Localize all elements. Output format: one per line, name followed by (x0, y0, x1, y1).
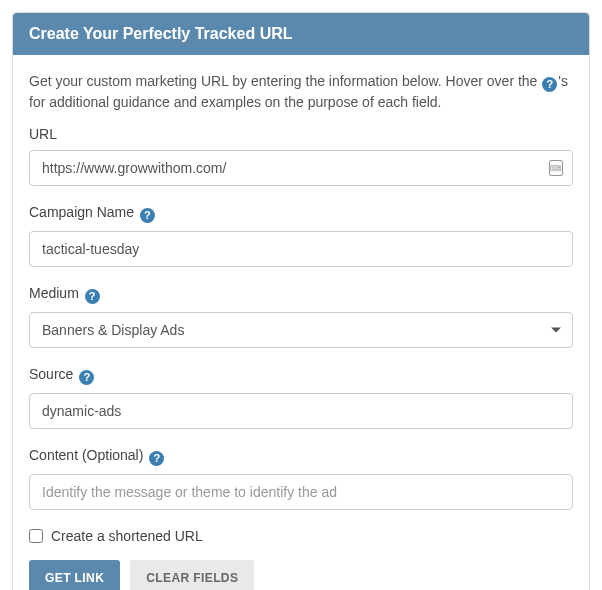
content-label: Content (Optional) ? (29, 447, 573, 466)
help-icon[interactable]: ? (79, 370, 94, 385)
help-icon[interactable]: ? (85, 289, 100, 304)
content-input[interactable] (29, 474, 573, 510)
field-source: Source ? (29, 366, 573, 429)
medium-label-text: Medium (29, 285, 79, 301)
campaign-input[interactable] (29, 231, 573, 267)
shorten-checkbox[interactable] (29, 529, 43, 543)
field-campaign: Campaign Name ? (29, 204, 573, 267)
intro-before: Get your custom marketing URL by enterin… (29, 73, 541, 89)
get-link-button[interactable]: GET LINK (29, 560, 120, 590)
campaign-label: Campaign Name ? (29, 204, 573, 223)
source-label: Source ? (29, 366, 573, 385)
url-builder-panel: Create Your Perfectly Tracked URL Get yo… (12, 12, 590, 590)
panel-body: Get your custom marketing URL by enterin… (13, 55, 589, 590)
medium-label: Medium ? (29, 285, 573, 304)
source-input[interactable] (29, 393, 573, 429)
field-url: URL ⌨ (29, 126, 573, 186)
shorten-label: Create a shortened URL (51, 528, 203, 544)
field-medium: Medium ? Banners & Display Ads (29, 285, 573, 348)
button-row: GET LINK CLEAR FIELDS (29, 560, 573, 590)
url-label: URL (29, 126, 573, 142)
campaign-label-text: Campaign Name (29, 204, 134, 220)
help-icon: ? (542, 77, 557, 92)
shorten-row: Create a shortened URL (29, 528, 573, 544)
medium-select-wrap: Banners & Display Ads (29, 312, 573, 348)
panel-title: Create Your Perfectly Tracked URL (13, 13, 589, 55)
help-icon[interactable]: ? (149, 451, 164, 466)
intro-text: Get your custom marketing URL by enterin… (29, 71, 573, 112)
content-label-text: Content (Optional) (29, 447, 143, 463)
field-content: Content (Optional) ? (29, 447, 573, 510)
url-input[interactable] (29, 150, 573, 186)
clear-fields-button[interactable]: CLEAR FIELDS (130, 560, 254, 590)
help-icon[interactable]: ? (140, 208, 155, 223)
url-input-wrap: ⌨ (29, 150, 573, 186)
medium-select[interactable]: Banners & Display Ads (29, 312, 573, 348)
source-label-text: Source (29, 366, 73, 382)
